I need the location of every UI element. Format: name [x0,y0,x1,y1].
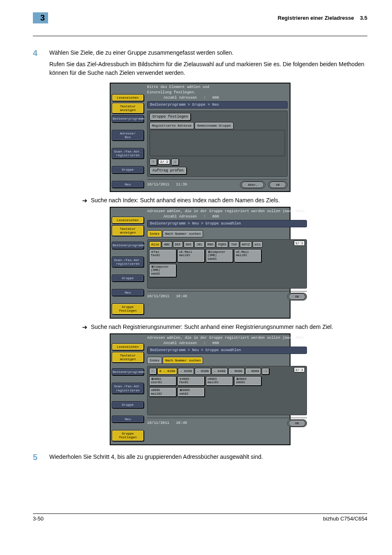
side-down-icon: ↓ [112,142,144,146]
arrow-icon: ➔ [82,324,88,331]
screenshot-3: Lesezeichen Tastatur anzeigen Bedienerpr… [110,333,291,445]
side-down-icon: ↓ [112,269,144,273]
addr-card[interactable]: 🖥Computer (SMB) smb01 [206,249,233,262]
step5-text: Wiederholen Sie Schritt 4, bis alle zu g… [49,453,367,461]
ok-button[interactable]: OK [270,182,286,188]
idx-tuv[interactable]: TUV [229,241,239,247]
side-adresse-box[interactable]: Adresse/ Box [112,130,144,141]
count-label: Anzahl Adressen : 000 [147,215,307,219]
page-number-left: 3-50 [33,516,44,522]
idx-mno[interactable]: MNO [205,241,215,247]
tab-index[interactable]: Index [147,357,162,364]
range-btn[interactable]: - 0400 [212,368,228,375]
side-bedienerprogramm[interactable]: Bedienerprogramm [112,368,144,375]
datetime: 18/11/2011 10:48 [147,421,285,425]
side-gruppe[interactable]: Gruppe [112,275,144,282]
side-gruppe-festlegen[interactable]: Gruppe festlegen [112,303,144,314]
idx-def[interactable]: DEF [173,241,183,247]
side-scan-fax[interactable]: Scan-/Fax-Adr. registrieren [112,257,144,267]
page-up-icon[interactable]: ↑ [150,159,157,165]
msg-line: Adressen wählen, die in der Gruppe regis… [147,209,307,213]
addr-card[interactable]: ⚹0002 fax01 [178,376,205,386]
step-number-4: 4 [33,49,49,80]
chapter-chip: 3 [33,12,48,23]
breadcrumb: Bedienerprogramm > Neu > Gruppe auswähle… [147,220,307,227]
side-scan-fax[interactable]: Scan-/Fax-Adr. registrieren [112,148,144,159]
idx-ghi[interactable]: GHI [184,241,194,247]
auftrag-pruefen-button[interactable]: Auftrag prüfen [150,167,187,174]
screenshot-1: Lesezeichen Tastatur anzeigen Bedienerpr… [110,83,291,192]
page-indicator: 1/ 1 [294,367,305,372]
range-btn[interactable]: - 0300 [195,368,211,375]
range-row: ← 0 - 0100 - 0200 - 0300 - 0400 - 0500 -… [149,368,305,375]
side-gruppe[interactable]: Gruppe [112,166,144,173]
addr-card[interactable]: 🖥Computer (SMB) smb02 [149,264,176,277]
side-down-icon: ↓ [112,124,144,128]
side-scan-fax[interactable]: Scan-/Fax-Adr. registrieren [112,383,144,393]
tab-nach-nummer[interactable]: Nach Nummer suchen [163,230,203,237]
breadcrumb: Bedienerprogramm > Neu > Gruppe auswähle… [147,347,307,354]
addr-card[interactable]: 🖥0004 smb01 [234,376,261,386]
addr-card[interactable]: ✉0003 mail01 [206,376,233,386]
addr-card[interactable]: ✉0005 mail02 [149,387,176,397]
page-indicator: 1/ 1 [294,240,305,246]
side-down-icon: ↓ [112,395,144,400]
range-btn[interactable]: - 0200 [178,368,194,375]
range-btn[interactable]: 0 - 0100 [157,368,177,375]
bullet-index-search: Suche nach Index: Sucht anhand eines Ind… [91,197,280,204]
idx-pqrs[interactable]: PQRS [216,241,228,247]
side-lesezeichen[interactable]: Lesezeichen [112,94,144,101]
range-btn[interactable]: - 0600 [245,368,261,375]
side-down-icon: ↓ [112,175,144,179]
addr-card[interactable]: ✉E-Mail mail02 [234,249,261,262]
idx-abc[interactable]: ABC [162,241,172,247]
side-gruppe-festlegen[interactable]: Gruppe festlegen [112,430,144,441]
step-number-5: 5 [33,453,49,464]
side-tastatur[interactable]: Tastatur anzeigen [112,103,144,113]
tab-index[interactable]: Index [147,230,162,237]
addr-card[interactable]: ✉E-Mail mail01 [178,249,205,262]
idx-wxyz[interactable]: WXYZ [240,241,252,247]
breadcrumb: Bedienerprogramm > Gruppe > Neu [147,101,288,109]
addr-card[interactable]: 🖥0006 smb02 [178,387,205,397]
gruppe-festlegen-button[interactable]: Gruppe festlegen [150,113,191,120]
tab-nach-nummer[interactable]: Nach Nummer suchen [163,357,203,364]
tab-registrierte[interactable]: Registrierte Adresse [150,122,194,129]
msg-line2: Einstellung festlegen. [147,90,288,95]
side-tastatur[interactable]: Tastatur anzeigen [112,225,144,236]
arrow-icon: ➔ [82,197,88,204]
idx-alle[interactable]: Alle [149,241,161,247]
ok-button[interactable]: OK [289,294,305,300]
datetime: 18/11/2011 11:39 [147,183,238,187]
side-gruppe[interactable]: Gruppe [112,401,144,408]
range-btn[interactable]: - 0500 [228,368,244,375]
side-bedienerprogramm[interactable]: Bedienerprogramm [112,242,144,249]
msg-line: Adressen wählen, die in der Gruppe regis… [147,336,307,340]
tab-gemeinsame[interactable]: Gemeinsame Gruppe [195,122,233,129]
side-down-icon: ↓ [112,424,144,428]
side-down-icon: ↓ [112,283,144,287]
addr-card[interactable]: ⚹Fax fax01 [149,249,176,262]
idx-jkl[interactable]: JKL [194,241,204,247]
page-down-icon[interactable]: ↓ [171,159,179,165]
side-down-icon: ↓ [112,160,144,164]
side-lesezeichen[interactable]: Lesezeichen [112,217,144,224]
bullet-regnum-search: Suche nach Registrierungsnummer: Sucht a… [91,324,333,330]
addr-card[interactable]: 🖥0001 user01 [149,376,176,386]
datetime: 18/11/2011 10:48 [147,294,285,298]
side-tastatur[interactable]: Tastatur anzeigen [112,352,144,363]
screenshot-2: Lesezeichen Tastatur anzeigen Bedienerpr… [110,207,291,319]
idx-etc[interactable]: etc [253,241,263,247]
side-down-icon: ↓ [112,298,144,302]
range-next-icon[interactable]: → [262,368,269,375]
abbr-button[interactable]: Abbr. [242,182,264,188]
ok-button[interactable]: OK [289,420,305,426]
side-neu[interactable]: Neu [112,289,144,296]
header-right: Registrieren einer Zieladresse 3.5 [278,15,367,21]
side-bedienerprogramm[interactable]: Bedienerprogramm [112,115,144,122]
side-neu[interactable]: Neu [112,181,144,188]
side-neu[interactable]: Neu [112,416,144,423]
page-model-right: bizhub C754/C654 [323,516,367,522]
range-prev-icon[interactable]: ← [149,368,157,375]
side-lesezeichen[interactable]: Lesezeichen [112,343,144,350]
